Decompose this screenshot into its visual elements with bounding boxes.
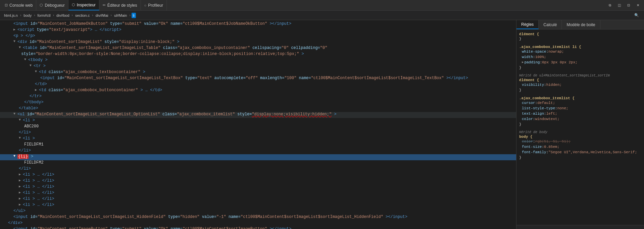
close-btn[interactable]: ✕ [633, 1, 643, 10]
code-line: ▶ <script type="text/javascript" > … </s… [0, 27, 516, 34]
code-line: ▶ <li > … </li> [0, 178, 516, 184]
code-line: </ul> [0, 209, 516, 215]
breadcrumb-arrow: › [20, 13, 21, 17]
breadcrumb-section[interactable]: section.c [74, 13, 91, 18]
toolbar-inspector[interactable]: ⬡ Inspecteur [68, 0, 99, 10]
main-layout: <input id="MainContent_JobNameOkButton" … [0, 20, 644, 229]
breadcrumb-div-bod[interactable]: div#bod [55, 13, 71, 18]
code-line: FIELDFM2 [0, 160, 516, 166]
code-line: </div> [0, 221, 516, 227]
toolbar-console[interactable]: ⊡ Console web [1, 0, 36, 10]
code-line: <p > </p> [0, 34, 516, 40]
code-line: ▼ <tr > [0, 64, 516, 70]
code-line: <input id="MainContent_sortImageButton" … [0, 227, 516, 229]
code-line: <input id="MainContent_sortImageList_sor… [0, 76, 516, 82]
right-panel: Règles Calculé Modèle de boite élément {… [516, 20, 644, 229]
code-line-selected-li: ▼ {li} > [0, 154, 516, 160]
breadcrumb-html[interactable]: html.js.n [3, 13, 19, 18]
toolbar-style-editor[interactable]: ✏ Éditeur de styles [99, 0, 141, 10]
code-line: style="border-width:0px;border-style:Non… [0, 52, 516, 58]
code-line: <input id="MainContent_sortImageList_sor… [0, 215, 516, 221]
right-panel-scrollbar[interactable] [516, 225, 644, 229]
console-icon: ⊡ [5, 3, 8, 7]
rule-section-itemlist-li: .ajax_combobox_itemlist li { white-space… [519, 45, 641, 70]
code-line: </td> [0, 82, 516, 88]
expand-padding[interactable] [522, 60, 524, 66]
tab-modele[interactable]: Modèle de boite [562, 20, 600, 29]
debug-icon: ⬡ [40, 3, 43, 7]
code-line: </tbody> [0, 100, 516, 106]
code-line: ▶ <li > … </li> [0, 203, 516, 209]
rule-section-inherited-body: Hérité de body body { color : rgb(51, 51… [519, 130, 641, 160]
code-line: </table> [0, 106, 516, 112]
code-line-ul: ▼ <ul id="MainContent_sortImageList_sort… [0, 112, 516, 118]
code-line: ▶ <li > … </li> [0, 172, 516, 178]
rule-section-inherited-ul: Hérité de ul#MainContent_sortImageList_s… [519, 74, 641, 92]
tab-calcule[interactable]: Calculé [539, 20, 562, 29]
inspect-icon: ⬡ [72, 3, 75, 7]
code-line: ▶ <li > … </li> [0, 184, 516, 190]
code-line: FIELDFM1 [0, 142, 516, 148]
code-line: ABC200 [0, 124, 516, 130]
window-controls: ⧉ ◫ ⊡ ✕ [605, 1, 643, 10]
code-line: ▼ <li > [0, 118, 516, 124]
rule-section-element: élément { } [519, 32, 641, 41]
code-line: </tr> [0, 94, 516, 100]
code-line: ▼ <div id="MainContent_sortImageList" st… [0, 40, 516, 46]
code-line: ▼ <table id="MainContent_sortImageList_s… [0, 46, 516, 52]
tab-regles[interactable]: Règles [516, 20, 539, 29]
code-line: </li> [0, 166, 516, 172]
code-line: ▼ <tbody > [0, 58, 516, 64]
breadcrumb-form[interactable]: form#ctl [36, 13, 52, 18]
code-line: <input id="MainContent_JobNameOkButton" … [0, 21, 516, 27]
breadcrumb: html.js.n › body › form#ctl › div#bod › … [0, 11, 644, 20]
dock-btn[interactable]: ◫ [614, 1, 624, 10]
code-line: ▶ <li > … </li> [0, 196, 516, 203]
breadcrumb-li[interactable]: li [132, 13, 136, 18]
screenshot-btn[interactable]: ⧉ [605, 1, 614, 10]
breadcrumb-body[interactable]: body [22, 13, 33, 18]
toolbar-debugger[interactable]: ⬡ Débogueur [36, 0, 68, 10]
top-toolbar: ⊡ Console web ⬡ Débogueur ⬡ Inspecteur ✏… [0, 0, 644, 11]
code-line: </li> [0, 130, 516, 136]
edit-icon: ✏ [103, 3, 106, 7]
right-tabs: Règles Calculé Modèle de boite [516, 20, 644, 30]
breadcrumb-div-main[interactable]: div#Mai [94, 13, 110, 18]
rules-content[interactable]: élément { } .ajax_combobox_itemlist li {… [516, 30, 644, 225]
search-panel-icon[interactable]: 🔍 [632, 11, 641, 20]
code-line: ▶ <td class="ajax_combobox_buttoncontain… [0, 88, 516, 94]
toolbar-profiler[interactable]: ○ Profileur [141, 0, 167, 10]
code-line: ▼ <li > [0, 136, 516, 142]
minimize-btn[interactable]: ⊡ [624, 1, 633, 10]
breadcrumb-ul-main[interactable]: ul#Main [113, 13, 129, 18]
code-line: ▼ <td class="ajax_combobox_textboxcontai… [0, 70, 516, 76]
profile-icon: ○ [144, 3, 147, 7]
code-line: ▶ <li > … </li> [0, 190, 516, 196]
html-panel[interactable]: <input id="MainContent_JobNameOkButton" … [0, 20, 516, 229]
rule-section-itemlist: .ajax_combobox_itemlist { cursor : defau… [519, 96, 641, 126]
code-line: </li> [0, 148, 516, 154]
